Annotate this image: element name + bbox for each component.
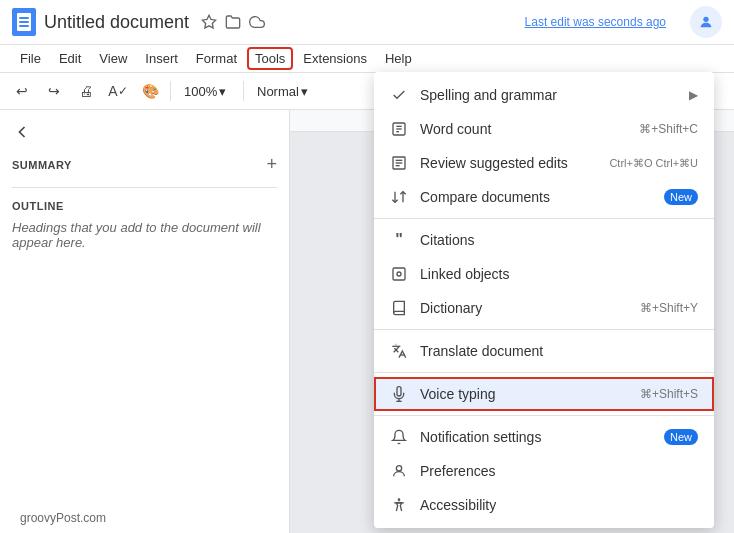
dropdown-separator-1 <box>374 218 714 219</box>
voice-label: Voice typing <box>420 386 628 402</box>
svg-point-17 <box>396 466 401 471</box>
compare-label: Compare documents <box>420 189 652 205</box>
menu-file[interactable]: File <box>12 47 49 70</box>
dictionary-shortcut: ⌘+Shift+Y <box>640 301 698 315</box>
citations-icon-char: " <box>395 231 403 249</box>
dropdown-separator-2 <box>374 329 714 330</box>
dropdown-item-spelling[interactable]: Spelling and grammar ▶ <box>374 78 714 112</box>
compare-icon <box>390 188 408 206</box>
compare-new-badge: New <box>664 189 698 205</box>
dropdown-item-compare[interactable]: Compare documents New <box>374 180 714 214</box>
dropdown-item-wordcount[interactable]: Word count ⌘+Shift+C <box>374 112 714 146</box>
dictionary-icon <box>390 299 408 317</box>
user-avatar-area <box>682 6 722 38</box>
menu-extensions[interactable]: Extensions <box>295 47 375 70</box>
last-edit-text: Last edit was seconds ago <box>525 15 666 29</box>
outline-description: Headings that you add to the document wi… <box>12 220 277 250</box>
zoom-value: 100% <box>184 84 217 99</box>
star-icon[interactable] <box>201 14 217 30</box>
cloud-icon[interactable] <box>249 14 265 30</box>
svg-marker-0 <box>202 15 215 28</box>
sidebar-divider <box>12 187 277 188</box>
dropdown-item-suggested[interactable]: Review suggested edits Ctrl+⌘O Ctrl+⌘U <box>374 146 714 180</box>
dropdown-separator-4 <box>374 415 714 416</box>
toolbar-separator-2 <box>243 81 244 101</box>
zoom-select[interactable]: 100% ▾ <box>177 81 237 102</box>
dictionary-label: Dictionary <box>420 300 628 316</box>
spelling-icon <box>390 86 408 104</box>
watermark-text: groovyPost.com <box>20 511 106 525</box>
translate-icon <box>390 342 408 360</box>
summary-header: SUMMARY + <box>12 154 277 175</box>
accessibility-icon <box>390 496 408 514</box>
menu-tools[interactable]: Tools <box>247 47 293 70</box>
sidebar: SUMMARY + OUTLINE Headings that you add … <box>0 110 290 533</box>
wordcount-shortcut: ⌘+Shift+C <box>639 122 698 136</box>
dropdown-item-citations[interactable]: " Citations <box>374 223 714 257</box>
svg-point-14 <box>397 272 401 276</box>
sidebar-back-button[interactable] <box>12 122 277 142</box>
menu-edit[interactable]: Edit <box>51 47 89 70</box>
summary-add-button[interactable]: + <box>266 154 277 175</box>
title-icons <box>201 14 265 30</box>
folder-icon[interactable] <box>225 14 241 30</box>
svg-point-18 <box>398 499 399 500</box>
undo-button[interactable]: ↩ <box>8 77 36 105</box>
menu-format[interactable]: Format <box>188 47 245 70</box>
svg-rect-13 <box>393 268 405 280</box>
menu-bar: File Edit View Insert Format Tools Exten… <box>0 45 734 73</box>
title-bar: Untitled document Last edit was seconds … <box>0 0 734 45</box>
suggested-shortcut: Ctrl+⌘O Ctrl+⌘U <box>609 157 698 170</box>
back-arrow-icon <box>12 122 32 142</box>
voice-shortcut: ⌘+Shift+S <box>640 387 698 401</box>
dropdown-item-notifications[interactable]: Notification settings New <box>374 420 714 454</box>
menu-insert[interactable]: Insert <box>137 47 186 70</box>
wordcount-label: Word count <box>420 121 627 137</box>
svg-point-1 <box>703 17 708 22</box>
preferences-label: Preferences <box>420 463 698 479</box>
print-button[interactable]: 🖨 <box>72 77 100 105</box>
style-dropdown-icon: ▾ <box>301 84 308 99</box>
outline-label: OUTLINE <box>12 200 277 212</box>
paint-format-button[interactable]: 🎨 <box>136 77 164 105</box>
accessibility-label: Accessibility <box>420 497 698 513</box>
toolbar-separator-1 <box>170 81 171 101</box>
watermark: groovyPost.com <box>20 511 106 525</box>
dropdown-item-voice[interactable]: Voice typing ⌘+Shift+S <box>374 377 714 411</box>
document-title[interactable]: Untitled document <box>44 12 189 33</box>
summary-label: SUMMARY <box>12 159 72 171</box>
spellcheck-button[interactable]: A✓ <box>104 77 132 105</box>
doc-icon <box>12 8 36 36</box>
dropdown-item-dictionary[interactable]: Dictionary ⌘+Shift+Y <box>374 291 714 325</box>
dropdown-item-accessibility[interactable]: Accessibility <box>374 488 714 522</box>
spelling-arrow: ▶ <box>689 88 698 102</box>
translate-label: Translate document <box>420 343 698 359</box>
zoom-dropdown-icon: ▾ <box>219 84 226 99</box>
linked-label: Linked objects <box>420 266 698 282</box>
notifications-new-badge: New <box>664 429 698 445</box>
suggested-label: Review suggested edits <box>420 155 597 171</box>
preferences-icon <box>390 462 408 480</box>
voice-icon <box>390 385 408 403</box>
menu-help[interactable]: Help <box>377 47 420 70</box>
dropdown-item-linked[interactable]: Linked objects <box>374 257 714 291</box>
style-select[interactable]: Normal ▾ <box>250 81 320 102</box>
wordcount-icon <box>390 120 408 138</box>
suggested-icon <box>390 154 408 172</box>
linked-icon <box>390 265 408 283</box>
dropdown-separator-3 <box>374 372 714 373</box>
menu-view[interactable]: View <box>91 47 135 70</box>
dropdown-item-preferences[interactable]: Preferences <box>374 454 714 488</box>
style-value: Normal <box>257 84 299 99</box>
citations-icon: " <box>390 231 408 249</box>
user-avatar[interactable] <box>690 6 722 38</box>
notifications-icon <box>390 428 408 446</box>
tools-dropdown: Spelling and grammar ▶ Word count ⌘+Shif… <box>374 72 714 528</box>
spelling-label: Spelling and grammar <box>420 87 677 103</box>
dropdown-item-translate[interactable]: Translate document <box>374 334 714 368</box>
notifications-label: Notification settings <box>420 429 652 445</box>
citations-label: Citations <box>420 232 698 248</box>
redo-button[interactable]: ↪ <box>40 77 68 105</box>
